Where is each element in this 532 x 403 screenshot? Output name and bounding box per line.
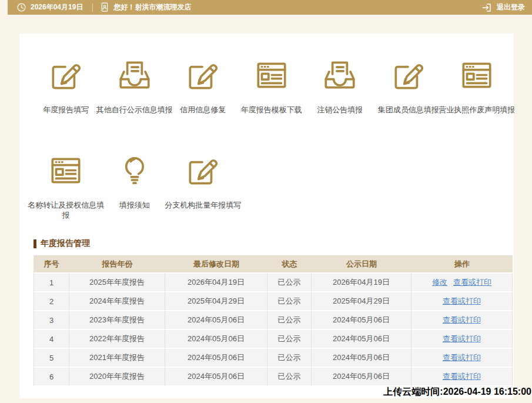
cell-publish-date: 2024年05月06日 xyxy=(312,349,411,367)
menu-item-label: 其他自行公示信息填报 xyxy=(95,105,173,115)
menu-item[interactable]: 注销公告填报 xyxy=(306,56,374,115)
cell-actions: 查看或打印 xyxy=(411,330,513,348)
action-link-view-print[interactable]: 查看或打印 xyxy=(443,372,481,381)
cell-modified: 2024年05月06日 xyxy=(165,311,267,329)
edit-icon xyxy=(46,56,85,95)
table-row: 62020年年度报告2024年05月06日已公示2024年05月06日查看或打印 xyxy=(34,368,513,385)
cell-actions: 查看或打印 xyxy=(411,311,513,329)
cell-year: 2020年年度报告 xyxy=(69,368,165,385)
cell-actions: 查看或打印 xyxy=(411,368,513,385)
cell-actions: 查看或打印 xyxy=(411,349,513,367)
cell-no: 3 xyxy=(34,311,69,329)
cell-year: 2021年年度报告 xyxy=(69,349,165,367)
cell-no: 1 xyxy=(34,274,69,291)
topbar-date-group: 2026年04月19日 xyxy=(16,2,83,12)
cell-actions: 修改查看或打印 xyxy=(411,274,513,291)
user-badge-icon xyxy=(100,2,109,13)
cell-status: 已公示 xyxy=(267,274,312,291)
cell-year: 2022年年度报告 xyxy=(69,330,165,348)
cell-modified: 2026年04月19日 xyxy=(165,274,267,291)
menu-item[interactable]: 填报须知 xyxy=(101,151,169,220)
menu-item[interactable]: 分支机构批量年报填写 xyxy=(169,151,237,220)
menu-item[interactable]: 年度报告填写 xyxy=(32,56,101,115)
action-link-view-print[interactable]: 查看或打印 xyxy=(453,278,491,287)
action-link-modify[interactable]: 修改 xyxy=(432,278,447,287)
cell-modified: 2025年04月29日 xyxy=(165,292,267,310)
menu-item[interactable]: 其他自行公示信息填报 xyxy=(101,56,169,115)
menu-item[interactable]: 集团成员信息填报 xyxy=(374,56,443,115)
menu-row-2: 名称转让及授权信息填报 填报须知 分支机构批量年报填写 xyxy=(32,151,514,220)
logout-icon xyxy=(481,2,492,13)
action-link-view-print[interactable]: 查看或打印 xyxy=(443,297,481,305)
report-table-header-row: 序号报告年份最后修改日期状态公示日期操作 xyxy=(34,255,513,272)
cell-publish-date: 2024年05月06日 xyxy=(312,311,411,329)
report-section-header: 年度报告管理 xyxy=(34,238,514,249)
bulb-icon xyxy=(115,151,154,190)
action-link-view-print[interactable]: 查看或打印 xyxy=(443,315,481,324)
menu-item-label: 填报须知 xyxy=(95,200,173,210)
section-marker xyxy=(34,239,36,248)
topbar-divider xyxy=(92,4,93,12)
main-panel: 年度报告填写 其他自行公示信息填报 信用信息修复 年度报告模板下载 注销公告填报… xyxy=(19,34,514,398)
cell-actions: 查看或打印 xyxy=(411,292,513,310)
menu-item-label: 分支机构批量年报填写 xyxy=(164,200,242,210)
menu-item-label: 名称转让及授权信息填报 xyxy=(27,200,105,220)
cell-publish-date: 2025年04月29日 xyxy=(312,292,411,310)
browser-icon xyxy=(252,56,291,95)
cell-status: 已公示 xyxy=(267,311,312,329)
menu-item[interactable]: 名称转让及授权信息填报 xyxy=(32,151,101,220)
cell-no: 5 xyxy=(34,349,69,367)
cell-no: 6 xyxy=(34,368,69,385)
table-row: 52021年年度报告2024年05月06日已公示2024年05月06日查看或打印 xyxy=(34,349,513,367)
action-link-view-print[interactable]: 查看或打印 xyxy=(443,353,481,362)
action-link-view-print[interactable]: 查看或打印 xyxy=(443,334,481,343)
edit-icon xyxy=(183,151,222,190)
menu-row-1: 年度报告填写 其他自行公示信息填报 信用信息修复 年度报告模板下载 注销公告填报… xyxy=(32,56,514,115)
table-row: 42022年年度报告2024年05月06日已公示2024年05月06日查看或打印 xyxy=(34,330,513,348)
topbar-date: 2026年04月19日 xyxy=(31,2,83,12)
browser-icon xyxy=(46,151,85,190)
cell-modified: 2024年05月06日 xyxy=(165,330,267,348)
cell-modified: 2024年05月06日 xyxy=(165,349,267,367)
cell-status: 已公示 xyxy=(267,292,312,310)
topbar-user-group: 您好！射洪市潮流理发店 xyxy=(100,2,191,13)
logout-button[interactable]: 退出登录 xyxy=(481,2,525,13)
cell-year: 2025年年度报告 xyxy=(69,274,165,291)
table-row: 12025年年度报告2026年04月19日已公示2026年04月19日修改查看或… xyxy=(34,274,513,291)
menu-item[interactable]: 营业执照作废声明填报 xyxy=(443,56,511,115)
menu-item[interactable]: 信用信息修复 xyxy=(169,56,237,115)
cell-publish-date: 2024年05月06日 xyxy=(312,330,411,348)
column-header: 状态 xyxy=(267,255,312,272)
menu-item-label: 集团成员信息填报 xyxy=(369,105,447,115)
column-header: 公示日期 xyxy=(312,255,411,272)
cell-no: 2 xyxy=(34,292,69,310)
cell-no: 4 xyxy=(34,330,69,348)
report-table-body: 12025年年度报告2026年04月19日已公示2026年04月19日修改查看或… xyxy=(34,274,513,385)
table-row: 32023年年度报告2024年05月06日已公示2024年05月06日查看或打印 xyxy=(34,311,513,329)
cell-publish-date: 2024年05月06日 xyxy=(312,368,411,385)
edit-icon xyxy=(183,56,222,95)
column-header: 最后修改日期 xyxy=(165,255,267,272)
column-header: 操作 xyxy=(411,255,513,272)
table-row: 22024年年度报告2025年04月29日已公示2025年04月29日查看或打印 xyxy=(34,292,513,310)
menu-item-label: 营业执照作废声明填报 xyxy=(438,105,516,115)
section-title: 年度报告管理 xyxy=(41,238,90,249)
menu-item[interactable]: 年度报告模板下载 xyxy=(237,56,306,115)
cell-publish-date: 2026年04月19日 xyxy=(312,274,411,291)
menu-item-label: 年度报告模板下载 xyxy=(232,105,310,115)
menu-item-label: 信用信息修复 xyxy=(164,105,242,115)
browser-icon xyxy=(457,56,496,95)
cell-status: 已公示 xyxy=(267,368,312,385)
menu-item-label: 年度报告填写 xyxy=(27,105,105,115)
upload-time-text: 上传云端时间:2026-04-19 16:15:00 xyxy=(383,386,531,398)
topbar-greeting: 您好！射洪市潮流理发店 xyxy=(113,2,191,12)
clock-icon xyxy=(16,2,26,12)
inbox-icon xyxy=(115,56,154,95)
cell-year: 2024年年度报告 xyxy=(69,292,165,310)
column-header: 序号 xyxy=(34,255,69,272)
cell-modified: 2024年05月06日 xyxy=(165,368,267,385)
cell-status: 已公示 xyxy=(267,330,312,348)
cell-year: 2023年年度报告 xyxy=(69,311,165,329)
column-header: 报告年份 xyxy=(69,255,165,272)
menu-item-label: 注销公告填报 xyxy=(301,105,379,115)
